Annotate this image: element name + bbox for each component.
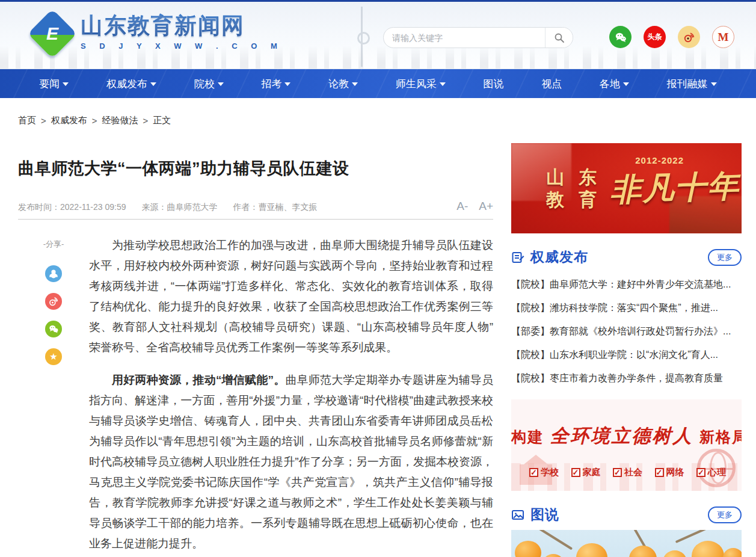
persimmon — [663, 550, 687, 557]
share-label: -分享- — [43, 239, 64, 250]
persimmon — [629, 546, 657, 557]
nav-item-baokanrongmei[interactable]: 报刊融媒 — [667, 77, 717, 91]
publish-time: 发布时间：2022-11-23 09:59 — [18, 202, 126, 213]
breadcrumb-jingyanzuofa[interactable]: 经验做法 — [102, 115, 138, 126]
weibo-icon — [48, 295, 60, 307]
tushuo-title: 图说 — [530, 505, 559, 524]
site-app-icon[interactable]: M — [712, 26, 734, 48]
persimmon — [576, 543, 607, 557]
nav-item-zhaokao[interactable]: 招考 — [261, 77, 290, 91]
article-title: 曲阜师范大学“一体两端”助力辅导员队伍建设 — [18, 158, 493, 179]
decade-banner[interactable]: 2012-2022 山 东 教 育 非凡十年 — [511, 143, 742, 233]
nav-item-lunjiao[interactable]: 论教 — [328, 77, 358, 91]
environment-banner-tags: ✓学校 ✓家庭 ✓社会 ✓网络 ✓心理 — [511, 467, 742, 478]
breadcrumb-quanweifabu[interactable]: 权威发布 — [51, 115, 87, 126]
persimmon — [692, 541, 724, 557]
font-smaller-button[interactable]: A- — [456, 200, 468, 213]
tv-tower-decoration — [361, 7, 363, 67]
main-navigation: 要闻 权威发布 院校 招考 论教 师生风采 图说 视点 各地 报刊融媒 — [0, 69, 756, 98]
share-wechat-button[interactable] — [45, 321, 62, 337]
site-app-glyph: M — [718, 31, 729, 44]
paragraph-2-lead: 用好两种资源，推动“增信赋能”。 — [112, 374, 285, 386]
toutiao-label: 头条 — [648, 32, 662, 42]
environment-banner-title: 构建 全环境立德树人 新格局 — [511, 423, 742, 449]
chevron-down-icon — [623, 82, 629, 86]
list-item[interactable]: 【部委】教育部就《校外培训行政处罚暂行办法》... — [511, 319, 742, 343]
decade-banner-slogan: 非凡十年 — [609, 165, 740, 211]
persimmon — [723, 548, 742, 557]
tag-psychology: ✓心理 — [696, 467, 726, 478]
chevron-down-icon — [284, 82, 290, 86]
share-qzone-button[interactable]: ★ — [45, 348, 62, 365]
sidebar: 2012-2022 山 东 教 育 非凡十年 权威发布 更多 【院校】曲阜师范大… — [511, 143, 742, 557]
article-author: 作者：曹亚楠、李文振 — [233, 202, 318, 213]
article-text: 为推动学校思想政治工作的加强与改进，曲阜师大围绕提升辅导员队伍建设水平，用好校内… — [89, 235, 493, 557]
breadcrumb-current: 正文 — [153, 115, 171, 126]
list-item[interactable]: 【院校】山东水利职业学院：以“水润文化”育人... — [511, 343, 742, 366]
environment-banner[interactable]: 构建 全环境立德树人 新格局 ✓学校 ✓家庭 ✓社会 ✓网络 ✓心理 — [511, 399, 742, 491]
share-weibo-button[interactable] — [45, 293, 62, 310]
nav-item-quanweifabu[interactable]: 权威发布 — [106, 77, 156, 91]
checkbox-icon: ✓ — [696, 468, 705, 477]
search-icon — [554, 32, 565, 43]
document-icon — [511, 251, 524, 264]
article-meta: 发布时间：2022-11-23 09:59 来源：曲阜师范大学 作者：曹亚楠、李… — [18, 200, 493, 220]
decade-banner-title: 山 东 教 育 — [546, 166, 601, 211]
persimmon — [515, 541, 541, 557]
nav-item-yuanxiao[interactable]: 院校 — [194, 77, 224, 91]
breadcrumb-home[interactable]: 首页 — [18, 115, 36, 126]
nav-item-shidian[interactable]: 视点 — [541, 77, 562, 91]
authoritative-section-header: 权威发布 更多 — [511, 248, 742, 266]
toutiao-icon[interactable]: 头条 — [644, 26, 666, 48]
search-input[interactable] — [384, 28, 545, 48]
breadcrumb: 首页 > 权威发布 > 经验做法 > 正文 — [18, 115, 756, 126]
weibo-eye-icon — [682, 30, 696, 45]
chevron-down-icon — [150, 82, 156, 86]
article-column: 曲阜师范大学“一体两端”助力辅导员队伍建设 发布时间：2022-11-23 09… — [18, 143, 493, 557]
tag-family: ✓家庭 — [571, 467, 601, 478]
checkbox-icon: ✓ — [571, 468, 580, 477]
logo-diamond-icon: E — [28, 9, 77, 58]
site-title: 山东教育新闻网 — [81, 13, 283, 39]
paragraph-1: 为推动学校思想政治工作的加强与改进，曲阜师大围绕提升辅导员队伍建设水平，用好校内… — [89, 235, 493, 358]
tushuo-section-header: 图说 更多 — [511, 505, 742, 524]
tushuo-more-button[interactable]: 更多 — [708, 506, 742, 523]
list-item[interactable]: 【院校】枣庄市着力改善办学条件，提高教育质量 — [511, 366, 742, 390]
share-rail: -分享- — [18, 235, 89, 557]
social-links: 头条 M — [609, 26, 734, 48]
tag-network: ✓网络 — [655, 467, 684, 478]
checkbox-icon: ✓ — [655, 468, 664, 477]
paragraph-2: 用好两种资源，推动“增信赋能”。曲阜师范大学定期举办专题讲座为辅导员指方向、解迷… — [89, 370, 493, 554]
checkbox-icon: ✓ — [529, 468, 538, 477]
weibo-icon[interactable] — [678, 26, 700, 48]
tag-school: ✓学校 — [529, 467, 559, 478]
article-source: 来源：曲阜师范大学 — [142, 202, 218, 213]
chevron-down-icon — [352, 82, 358, 86]
chevron-down-icon — [63, 82, 69, 86]
tushuo-photo-persimmons[interactable] — [511, 530, 742, 557]
share-qq-button[interactable] — [45, 265, 62, 282]
nav-item-gedi[interactable]: 各地 — [600, 77, 629, 91]
decade-banner-years: 2012-2022 — [635, 155, 684, 165]
list-item[interactable]: 【院校】曲阜师范大学：建好中外青少年交流基地... — [511, 272, 742, 296]
site-logo[interactable]: E 山东教育新闻网 S D J Y X W W . C O M — [35, 13, 283, 51]
authoritative-list: 【院校】曲阜师范大学：建好中外青少年交流基地... 【院校】潍坊科技学院：落实“… — [511, 272, 742, 390]
list-item[interactable]: 【院校】潍坊科技学院：落实“四个聚焦”，推进... — [511, 296, 742, 319]
wechat-icon — [48, 323, 60, 335]
search-box — [383, 27, 573, 48]
star-icon: ★ — [49, 351, 57, 362]
wechat-bubbles-icon — [613, 30, 628, 45]
checkbox-icon: ✓ — [613, 468, 622, 477]
wechat-icon[interactable] — [609, 26, 632, 48]
persimmon — [542, 554, 564, 557]
image-icon — [511, 508, 524, 522]
nav-item-tushuo[interactable]: 图说 — [483, 77, 503, 91]
authoritative-more-button[interactable]: 更多 — [708, 249, 742, 266]
nav-item-shishengfengcai[interactable]: 师生风采 — [396, 77, 446, 91]
tag-society: ✓社会 — [613, 467, 642, 478]
search-button[interactable] — [545, 28, 573, 48]
font-larger-button[interactable]: A+ — [479, 200, 493, 213]
nav-item-yaowen[interactable]: 要闻 — [39, 77, 69, 91]
font-size-controls: A- A+ — [456, 200, 493, 213]
chevron-down-icon — [711, 82, 717, 86]
